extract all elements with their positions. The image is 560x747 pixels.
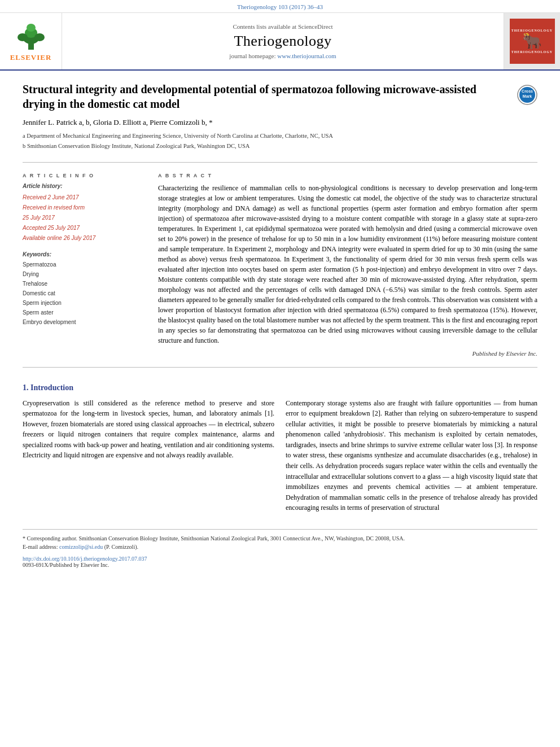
keyword-domestic-cat: Domestic cat [23, 289, 147, 298]
abstract-col: A B S T R A C T Characterizing the resil… [158, 173, 537, 357]
journal-badge-area: THERIOGENOLOGY 🐂 THERIOGENOLOGY [504, 13, 560, 69]
email-line: E-mail address: comizzolip@si.edu (P. Co… [23, 543, 537, 551]
crossmark-icon: Cross Mark [517, 85, 537, 105]
crossmark-area[interactable]: Cross Mark [517, 85, 537, 107]
badge-bull-icon: 🐂 [522, 33, 542, 49]
sciencedirect-label: Contents lists available at ScienceDirec… [233, 23, 333, 30]
keyword-sperm-aster: Sperm aster [23, 308, 147, 317]
email-suffix: (P. Comizzoli). [104, 544, 138, 550]
body-area: 1. Introduction Cryopreservation is stil… [0, 372, 560, 524]
bottom-links-area: http://dx.doi.org/10.1016/j.theriogenolo… [0, 551, 560, 574]
keyword-embryo-development: Embryo development [23, 317, 147, 327]
authors-line: Jennifer L. Patrick a, b, Gloria D. Elli… [23, 118, 506, 127]
affiliation-a: a Department of Mechanical Engineering a… [23, 132, 506, 141]
body-right-col: Contemporary storage systems also are fr… [286, 398, 537, 518]
journal-homepage-line: journal homepage: www.theriojournal.com [229, 53, 336, 59]
keyword-trehalose: Trehalose [23, 279, 147, 289]
intro-section-title: 1. Introduction [23, 383, 537, 392]
abstract-header: A B S T R A C T [158, 173, 537, 178]
published-by: Published by Elsevier Inc. [158, 350, 537, 357]
journal-title: Theriogenology [234, 33, 331, 50]
article-title-block: Structural integrity and developmental p… [23, 82, 506, 152]
article-info-header: A R T I C L E I N F O [23, 173, 147, 178]
homepage-link[interactable]: www.theriojournal.com [277, 53, 336, 59]
keyword-spermatozoa: Spermatozoa [23, 260, 147, 269]
svg-point-3 [27, 24, 36, 32]
accepted-date: Accepted 25 July 2017 [23, 223, 147, 233]
doi-link[interactable]: http://dx.doi.org/10.1016/j.theriogenolo… [23, 556, 147, 562]
article-dates: Received 2 June 2017 Received in revised… [23, 193, 147, 243]
middle-divider [23, 367, 537, 368]
homepage-label: journal homepage: [229, 53, 275, 59]
keyword-drying: Drying [23, 269, 147, 279]
body-left-text: Cryopreservation is still considered as … [23, 398, 274, 461]
sciencedirect-line: Contents lists available at ScienceDirec… [233, 23, 333, 30]
history-label: Article history: [23, 183, 147, 189]
corresponding-author-note: * Corresponding author. Smithsonian Cons… [23, 534, 537, 543]
journal-reference-text: Theriogenology 103 (2017) 36–43 [237, 3, 323, 10]
affiliations: a Department of Mechanical Engineering a… [23, 132, 506, 151]
svg-point-5 [34, 33, 45, 41]
star-note-text: * Corresponding author. Smithsonian Cons… [23, 535, 405, 541]
article-title-area: Structural integrity and developmental p… [0, 71, 560, 158]
keyword-sperm-injection: Sperm injection [23, 298, 147, 308]
elsevier-logo: ELSEVIER [10, 20, 52, 62]
journal-title-area: Contents lists available at ScienceDirec… [62, 13, 504, 69]
doi-line: http://dx.doi.org/10.1016/j.theriogenolo… [23, 556, 537, 562]
elsevier-wordmark: ELSEVIER [10, 53, 52, 62]
body-right-text: Contemporary storage systems also are fr… [286, 398, 537, 514]
authors-text: Jennifer L. Patrick a, b, Gloria D. Elli… [23, 118, 212, 126]
elsevier-tree-icon [11, 20, 51, 51]
issn-line: 0093-691X/Published by Elsevier Inc. [23, 562, 537, 568]
received-date: Received 2 June 2017 [23, 193, 147, 203]
journal-reference-bar: Theriogenology 103 (2017) 36–43 [0, 0, 560, 13]
svg-text:Mark: Mark [523, 94, 532, 98]
page-container: Theriogenology 103 (2017) 36–43 ELSEVIER… [0, 0, 560, 574]
article-title: Structural integrity and developmental p… [23, 82, 506, 111]
journal-header: ELSEVIER Contents lists available at Sci… [0, 13, 560, 71]
body-left-paragraph: Cryopreservation is still considered as … [23, 398, 274, 461]
svg-text:Cross: Cross [522, 89, 533, 93]
body-left-col: Cryopreservation is still considered as … [23, 398, 274, 518]
info-abstract-area: A R T I C L E I N F O Article history: R… [0, 167, 560, 362]
theriogenology-badge: THERIOGENOLOGY 🐂 THERIOGENOLOGY [510, 19, 555, 64]
revised-date: 25 July 2017 [23, 213, 147, 223]
email-label: E-mail address: [23, 544, 58, 550]
keywords-label: Keywords: [23, 251, 147, 257]
svg-point-4 [18, 33, 28, 41]
elsevier-logo-area: ELSEVIER [0, 13, 62, 69]
article-info-col: A R T I C L E I N F O Article history: R… [23, 173, 147, 357]
top-divider [23, 162, 537, 163]
revised-label: Received in revised form [23, 203, 147, 213]
badge-bottom-text: THERIOGENOLOGY [511, 50, 553, 54]
body-right-paragraph: Contemporary storage systems also are fr… [286, 398, 537, 514]
online-date: Available online 26 July 2017 [23, 233, 147, 243]
footnote-area: * Corresponding author. Smithsonian Cons… [23, 529, 537, 551]
abstract-body: Characterizing the resilience of mammali… [158, 183, 537, 346]
abstract-paragraph: Characterizing the resilience of mammali… [158, 183, 537, 346]
keywords-section: Keywords: Spermatozoa Drying Trehalose D… [23, 251, 147, 327]
email-link[interactable]: comizzolip@si.edu [59, 544, 103, 550]
body-two-col: Cryopreservation is still considered as … [23, 398, 537, 518]
affiliation-b: b Smithsonian Conservation Biology Insti… [23, 142, 506, 151]
